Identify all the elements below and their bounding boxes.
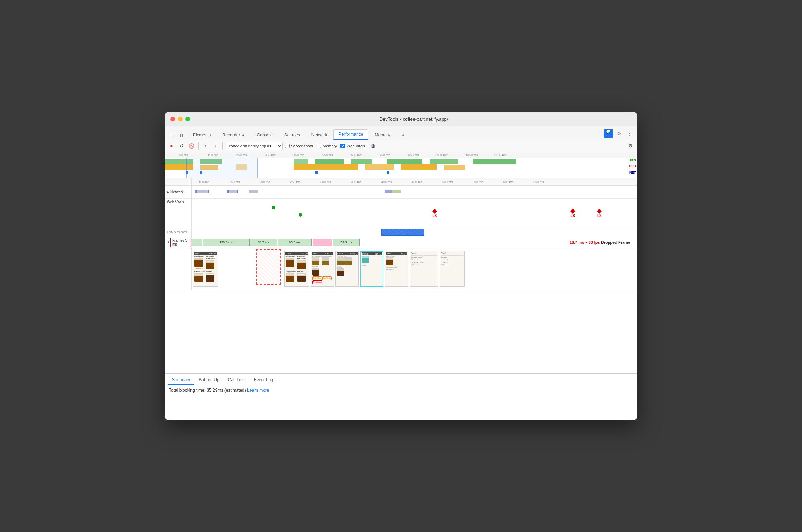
fps-chart <box>165 158 637 178</box>
cursor-icon[interactable]: ⬚ <box>168 130 177 140</box>
frame-seg-1[interactable]: 150.0 ms <box>203 239 250 246</box>
screenshot-8[interactable]: Cart Ameri... $9.00 x 1 Cappu... $19.00.… <box>440 251 465 287</box>
network-expand-icon[interactable]: ▶ <box>167 190 169 194</box>
timeline-ruler: 100 ms 150 ms 200 ms 250 ms 300 ms 350 m… <box>165 178 637 186</box>
ss6-flat-white: Flat White <box>386 255 407 257</box>
tab-memory[interactable]: Memory <box>369 130 395 140</box>
frame-seg-0[interactable] <box>192 239 202 246</box>
ruler-450ms: 450 ms <box>412 180 422 184</box>
coffee-scene-4: menucart (1) Cappuccino <box>336 251 358 286</box>
dropped-frame-visual <box>256 249 281 285</box>
overview-charts[interactable]: FPS CPU NET <box>165 158 637 178</box>
record-button[interactable]: ● <box>168 142 175 150</box>
network-label[interactable]: ▶ Network <box>165 186 192 198</box>
web-vitals-checkbox-label[interactable]: Web Vitals <box>340 144 365 148</box>
upload-button[interactable]: ↑ <box>202 142 209 150</box>
chat-icon[interactable]: 💬 1 <box>604 129 613 138</box>
frame-seg-3[interactable]: 83.3 ms <box>278 239 312 246</box>
svg-rect-4 <box>351 159 372 164</box>
timeline-area: 100 ms 150 ms 200 ms 250 ms 300 ms 350 m… <box>165 178 637 373</box>
tab-call-tree[interactable]: Call Tree <box>224 376 250 385</box>
tab-console[interactable]: Console <box>252 130 278 140</box>
web-vitals-content[interactable]: LS LS LS <box>192 199 637 227</box>
screenshot-header-4: menucart (1) <box>337 252 358 255</box>
frames-label[interactable]: ▼ Frames 3 ms <box>165 237 192 247</box>
maximize-button[interactable] <box>185 117 190 121</box>
screenshot-items-2: Cappuccino Mocha <box>194 270 217 283</box>
screenshot-4[interactable]: menucart (1) Cappuccino <box>335 251 359 287</box>
screenshot-2[interactable]: menucart (0) Espresso Espresso Macchiat <box>284 251 309 287</box>
ts-950: 950 ms <box>437 153 448 157</box>
minimize-button[interactable] <box>178 117 183 121</box>
ts-450: 450 ms <box>294 153 304 157</box>
screenshot-3[interactable]: menucart (1) Cappuccino <box>311 251 334 287</box>
download-button[interactable]: ↓ <box>212 142 219 150</box>
screenshots-label <box>165 247 192 290</box>
web-vitals-checkbox[interactable] <box>340 144 345 148</box>
frames-content[interactable]: 150.0 ms 33.3 ms 83.3 ms 33.3 ms 16.7 ms… <box>192 237 637 247</box>
screenshot-5-highlighted[interactable]: menucart (1) water <box>360 251 383 287</box>
memory-checkbox-label[interactable]: Memory <box>317 144 337 148</box>
tab-more[interactable]: » <box>396 130 410 140</box>
long-tasks-content[interactable] <box>192 227 637 237</box>
ss4-cup1 <box>337 257 344 265</box>
bottom-tabs: Summary Bottom-Up Call Tree Event Log <box>165 374 637 385</box>
screenshots-checkbox-label[interactable]: Screenshots <box>285 144 313 148</box>
dropped-frame-indicator: 16.7 ms ~ 60 fps Dropped Frame <box>570 240 630 245</box>
overview-area[interactable]: 50 ms 150 ms 250 ms 350 ms 450 ms 550 ms… <box>165 152 637 178</box>
more-icon[interactable]: ⋮ <box>625 129 634 138</box>
learn-more-link[interactable]: Learn more <box>247 388 269 393</box>
tab-bottom-up[interactable]: Bottom-Up <box>194 376 223 385</box>
ruler-600ms: 600 ms <box>503 180 514 184</box>
ss2-macchiato: Espresso Macchiato <box>297 255 308 270</box>
tab-event-log[interactable]: Event Log <box>250 376 277 385</box>
settings-icon[interactable]: ⚙ <box>614 129 624 138</box>
tab-summary[interactable]: Summary <box>168 376 194 385</box>
tab-network[interactable]: Network <box>306 130 333 140</box>
ls-diamond-2 <box>570 209 575 214</box>
frame-seg-4[interactable] <box>313 239 332 246</box>
tab-recorder[interactable]: Recorder ▲ <box>217 130 251 140</box>
screenshot-7[interactable]: Cart Americano $7.00 x 1 Cappuccino $19.… <box>410 251 438 287</box>
ruler-300ms: 300 ms <box>320 180 331 184</box>
screenshot-6[interactable]: menucart (1) Flat White steamed milk esp… <box>385 251 408 287</box>
toolbar-settings-icon[interactable]: ⚙ <box>627 142 634 150</box>
ruler-650ms: 650 ms <box>533 180 544 184</box>
device-icon[interactable]: ◫ <box>178 130 187 140</box>
dropped-frame-label: Dropped Frame <box>601 240 630 245</box>
frame-seg-5[interactable]: 33.3 ms <box>333 239 360 246</box>
close-button[interactable] <box>170 117 175 121</box>
network-content[interactable] <box>192 186 637 198</box>
bottom-panel: Summary Bottom-Up Call Tree Event Log To… <box>165 373 637 420</box>
svg-rect-19 <box>186 158 258 178</box>
frame-seg-2[interactable]: 33.3 ms <box>250 239 277 246</box>
screenshot-items-1: Espresso espresso Espresso Macchiato <box>194 255 217 270</box>
screenshot-1[interactable]: menucart (0) Espresso espresso <box>193 251 218 287</box>
cart-item-cappuccino-2: Cappu... $19.00... <box>441 261 464 266</box>
tab-elements[interactable]: Elements <box>188 130 216 140</box>
tab-sources[interactable]: Sources <box>279 130 305 140</box>
toolbar-right: ⚙ <box>627 142 634 150</box>
delete-button[interactable]: 🗑 <box>369 142 377 150</box>
toolbar-options: Screenshots Memory Web Vitals 🗑 <box>285 142 377 150</box>
long-task-bar[interactable] <box>381 229 424 236</box>
frames-expand-icon[interactable]: ▼ <box>167 241 170 244</box>
ruler-150ms: 150 ms <box>229 180 240 184</box>
screenshots-content[interactable]: menucart (0) Espresso espresso <box>192 247 637 290</box>
timeline-tracks[interactable]: ▶ Network <box>165 186 637 373</box>
svg-rect-2 <box>294 159 308 164</box>
cpu-label: CPU <box>629 164 636 168</box>
memory-checkbox[interactable] <box>317 144 321 148</box>
svg-rect-3 <box>315 159 344 164</box>
clear-button[interactable]: 🚫 <box>188 142 195 150</box>
profile-select[interactable]: coffee-cart.netlify.app #1 <box>226 142 283 150</box>
svg-rect-6 <box>430 159 458 164</box>
reload-button[interactable]: ↺ <box>178 142 185 150</box>
screenshot-mocha: Mocha <box>206 270 217 282</box>
svg-rect-17 <box>315 171 318 174</box>
tab-performance[interactable]: Performance <box>333 129 369 140</box>
screenshots-checkbox[interactable] <box>285 144 290 148</box>
devtools-window: DevTools - coffee-cart.netlify.app/ ⬚ ◫ … <box>165 112 637 420</box>
screenshot-header-1: menucart (0) <box>194 252 217 255</box>
ls-diamond-3 <box>597 209 602 214</box>
